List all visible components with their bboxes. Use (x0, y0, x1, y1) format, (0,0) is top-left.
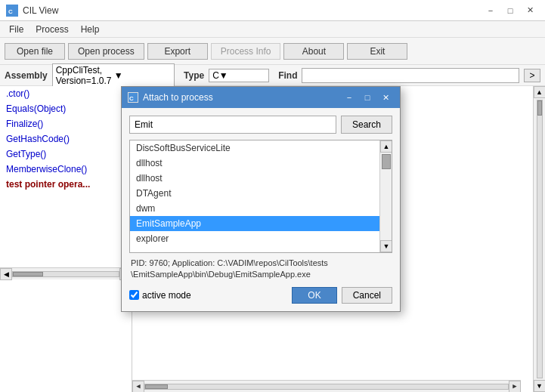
modal-footer: active mode OK Cancel (129, 287, 392, 304)
close-button[interactable]: ✕ (521, 4, 539, 17)
process-pid-text: PID: 9760; Application: C:\VADIM\repos\C… (129, 258, 392, 281)
modal-controls: − □ ✕ (341, 91, 394, 104)
app-title: CIL View (23, 5, 58, 16)
modal-close-button[interactable]: ✕ (377, 91, 394, 104)
modal-search-row: Search (129, 116, 392, 134)
modal-ok-button[interactable]: OK (292, 287, 336, 304)
exit-button[interactable]: Exit (347, 43, 407, 60)
toolbar: Open file Open process Export Process In… (0, 38, 545, 65)
menu-help[interactable]: Help (75, 23, 106, 36)
open-file-button[interactable]: Open file (5, 43, 65, 60)
modal-overlay: C Attach to process − □ ✕ Search (0, 86, 545, 392)
process-item-dllhost1[interactable]: dllhost (130, 156, 379, 171)
modal-maximize-button[interactable]: □ (359, 91, 376, 104)
app-icon: C (6, 5, 18, 17)
menu-bar: File Process Help (0, 21, 545, 38)
modal-footer-buttons: OK Cancel (292, 287, 392, 304)
attach-to-process-dialog: C Attach to process − □ ✕ Search (121, 86, 401, 312)
process-item-discsoftbus[interactable]: DiscSoftBusServiceLite (130, 140, 379, 156)
active-mode-label: active mode (142, 290, 191, 301)
process-search-button[interactable]: Search (341, 116, 392, 134)
title-bar-controls: − □ ✕ (482, 4, 539, 17)
assembly-select[interactable]: CppCliTest, Version=1.0.7 ▼ (52, 63, 175, 88)
modal-minimize-button[interactable]: − (341, 91, 358, 104)
modal-title-left: C Attach to process (128, 92, 213, 103)
about-button[interactable]: About (283, 43, 344, 60)
menu-file[interactable]: File (3, 23, 29, 36)
process-item-dwm[interactable]: dwm (130, 201, 379, 216)
modal-icon: C (128, 92, 138, 103)
process-item-emitsampleapp[interactable]: EmitSampleApp (130, 216, 379, 231)
open-process-button[interactable]: Open process (68, 43, 144, 60)
assembly-label: Assembly (5, 70, 48, 81)
main-content: .ctor() Equals(Object) Finalize() GetHas… (0, 86, 545, 392)
process-item-explorer[interactable]: explorer (130, 231, 379, 246)
maximize-button[interactable]: □ (501, 4, 519, 17)
export-button[interactable]: Export (147, 43, 208, 60)
svg-text:C: C (129, 95, 134, 102)
svg-text:C: C (8, 8, 13, 15)
process-list-scrollbar[interactable]: ▲ ▼ (379, 140, 392, 252)
process-info-button[interactable]: Process Info (211, 43, 281, 60)
assembly-value: CppCliTest, Version=1.0.7 (56, 65, 113, 86)
process-item-dtagent[interactable]: DTAgent (130, 186, 379, 201)
modal-title: Attach to process (143, 92, 213, 103)
minimize-button[interactable]: − (482, 4, 500, 17)
modal-title-bar: C Attach to process − □ ✕ (122, 87, 400, 108)
find-next-button[interactable]: > (524, 69, 540, 82)
active-mode-checkbox-label[interactable]: active mode (129, 290, 191, 301)
title-bar: C CIL View − □ ✕ (0, 0, 545, 21)
type-dropdown-icon: ▼ (219, 70, 228, 81)
title-bar-left: C CIL View (6, 5, 58, 17)
process-search-input[interactable] (129, 116, 336, 134)
assembly-bar: Assembly CppCliTest, Version=1.0.7 ▼ Typ… (0, 65, 545, 86)
assembly-dropdown-icon: ▼ (114, 70, 171, 81)
modal-cancel-button[interactable]: Cancel (342, 287, 392, 304)
find-label: Find (278, 70, 297, 81)
process-list: DiscSoftBusServiceLite dllhost dllhost D… (129, 140, 392, 253)
active-mode-checkbox[interactable] (129, 290, 139, 300)
menu-process[interactable]: Process (29, 23, 74, 36)
find-input[interactable] (302, 68, 519, 83)
modal-body: Search DiscSoftBusServiceLite dllhost dl… (122, 108, 400, 311)
type-label: Type (184, 70, 204, 81)
type-select[interactable]: C ▼ (209, 69, 269, 82)
process-item-dllhost2[interactable]: dllhost (130, 171, 379, 186)
type-value: C (212, 70, 219, 81)
